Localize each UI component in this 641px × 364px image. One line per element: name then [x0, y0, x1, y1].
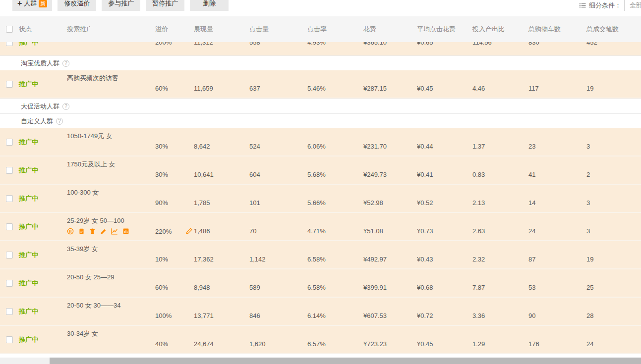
- carts-cell: 14: [528, 185, 586, 212]
- cost-cell: ¥365.10: [363, 42, 417, 49]
- row-checkbox[interactable]: [6, 308, 13, 315]
- status-badge: 推广中: [19, 307, 38, 316]
- carts-cell: 117: [528, 70, 586, 98]
- orders-cell: 3: [586, 185, 641, 212]
- help-icon[interactable]: ?: [62, 103, 69, 110]
- toolbar-button[interactable]: + 人群 新: [12, 0, 52, 11]
- ctr-cell: 6.06%: [307, 128, 363, 156]
- segment-filter-select[interactable]: 全部: [624, 0, 641, 11]
- row-checkbox[interactable]: [6, 280, 13, 287]
- orders-cell: 452: [586, 42, 641, 49]
- memo-icon[interactable]: [78, 228, 85, 235]
- carts-cell: 176: [528, 326, 586, 353]
- orders-cell: 19: [586, 241, 641, 268]
- clicks-cell: 604: [249, 156, 307, 184]
- carts-cell: 90: [528, 298, 586, 325]
- cost-cell: ¥51.08: [363, 213, 417, 240]
- impressions-cell: 11,659: [194, 70, 249, 98]
- edit-premium-icon[interactable]: [185, 227, 193, 235]
- audience-name: 1750元及以上 女: [67, 160, 155, 168]
- edit-icon[interactable]: [100, 228, 107, 235]
- audience-group-label: 自定义人群: [21, 117, 53, 126]
- row-actions: [67, 228, 155, 235]
- audience-name: 高购买频次的访客: [67, 74, 155, 82]
- list-icon: [579, 2, 586, 9]
- orders-cell: 24: [586, 326, 641, 353]
- roi-cell: 2.63: [472, 213, 528, 240]
- clicks-cell: 524: [249, 128, 307, 156]
- column-header: 平均点击花费: [417, 25, 472, 34]
- carts-cell: 830: [528, 42, 586, 49]
- avg-cpc-cell: ¥0.44: [417, 128, 472, 156]
- toolbar-button-label: 人群: [24, 0, 37, 8]
- report-icon[interactable]: [122, 228, 129, 235]
- row-checkbox[interactable]: [6, 42, 13, 46]
- toolbar-button[interactable]: 参与推广: [102, 0, 140, 11]
- premium-cell: 90%: [155, 185, 194, 212]
- audience-name: 20-50 女 25—29: [67, 273, 155, 281]
- cost-cell: ¥492.97: [363, 241, 417, 268]
- help-icon[interactable]: ?: [56, 118, 63, 125]
- toolbar-button[interactable]: 删除: [190, 0, 229, 11]
- ctr-cell: 5.68%: [307, 156, 363, 184]
- audience-name: 30-34岁 女: [67, 330, 155, 338]
- impressions-cell: 1,486: [194, 213, 249, 240]
- table-row: 推广中 高购买频次的访客 60% 11,659 637 5.46% ¥287.1…: [0, 70, 641, 99]
- clicks-cell: 558: [249, 42, 307, 49]
- carts-cell: 53: [528, 269, 586, 297]
- delete-icon[interactable]: [89, 228, 96, 235]
- toolbar-buttons: + 人群 新 修改溢价 参与推广 暂停推广 删除: [0, 0, 641, 11]
- ctr-cell: 6.58%: [307, 241, 363, 268]
- ctr-cell: 4.93%: [307, 42, 363, 49]
- row-checkbox[interactable]: [6, 139, 13, 146]
- toolbar-button[interactable]: 暂停推广: [146, 0, 184, 11]
- roi-cell: 1.37: [472, 128, 528, 156]
- status-badge: 推广中: [19, 279, 38, 288]
- row-checkbox[interactable]: [6, 336, 13, 343]
- orders-cell: 3: [586, 128, 641, 156]
- orders-cell: 2: [586, 156, 641, 184]
- toolbar-button-label: 删除: [203, 0, 216, 8]
- audience-name: 100-300 女: [67, 189, 155, 197]
- row-checkbox[interactable]: [6, 223, 13, 230]
- select-all-checkbox[interactable]: [6, 26, 13, 33]
- cost-cell: ¥249.73: [363, 156, 417, 184]
- trend-chart-icon[interactable]: [111, 228, 118, 235]
- column-header: 溢价: [155, 25, 194, 34]
- segment-filter-label: 细分条件：: [589, 1, 621, 10]
- help-icon[interactable]: ?: [62, 60, 69, 67]
- avg-cpc-cell: ¥0.52: [417, 185, 472, 212]
- avg-cpc-cell: ¥0.45: [417, 326, 472, 353]
- status-badge: 推广中: [19, 42, 38, 47]
- roi-cell: 0.83: [472, 156, 528, 184]
- column-header: 点击量: [249, 25, 307, 34]
- row-checkbox[interactable]: [6, 167, 13, 174]
- header-checkbox-cell: [0, 26, 19, 33]
- table-body: 推广中 200% 11,312 558 4.93% ¥365.10 ¥0.65 …: [0, 42, 641, 354]
- row-checkbox[interactable]: [6, 252, 13, 259]
- table-row: 推广中 30-34岁 女 40% 24,674 1,620 6.57% ¥723…: [0, 326, 641, 354]
- avg-cpc-cell: ¥0.43: [417, 241, 472, 268]
- orders-cell: 19: [586, 70, 641, 98]
- premium-cell: 60%: [155, 269, 194, 297]
- cost-cell: ¥723.23: [363, 326, 417, 353]
- scrollbar-thumb[interactable]: [50, 358, 641, 364]
- horizontal-scrollbar[interactable]: [0, 358, 641, 364]
- cost-cell: ¥231.70: [363, 128, 417, 156]
- table-header: 状态搜索推广溢价展现量点击量点击率花费平均点击花费投入产出比总购物车数总成交笔数: [0, 16, 641, 42]
- roi-cell: 1.29: [472, 326, 528, 353]
- table-row: 推广中 25-29岁 女 50—100 220% 1,486 70 4.71% …: [0, 213, 641, 241]
- cost-cell: ¥287.15: [363, 70, 417, 98]
- row-checkbox[interactable]: [6, 81, 13, 88]
- row-checkbox[interactable]: [6, 195, 13, 202]
- avg-cpc-cell: ¥0.72: [417, 298, 472, 325]
- roi-cell: 3.36: [472, 298, 528, 325]
- pause-icon[interactable]: [67, 228, 74, 235]
- toolbar-button[interactable]: 修改溢价: [58, 0, 96, 11]
- roi-cell: 2.13: [472, 185, 528, 212]
- cost-cell: ¥607.53: [363, 298, 417, 325]
- new-badge: 新: [39, 0, 47, 7]
- clicks-cell: 1,142: [249, 241, 307, 268]
- avg-cpc-cell: ¥0.68: [417, 269, 472, 297]
- ctr-cell: 6.57%: [307, 326, 363, 353]
